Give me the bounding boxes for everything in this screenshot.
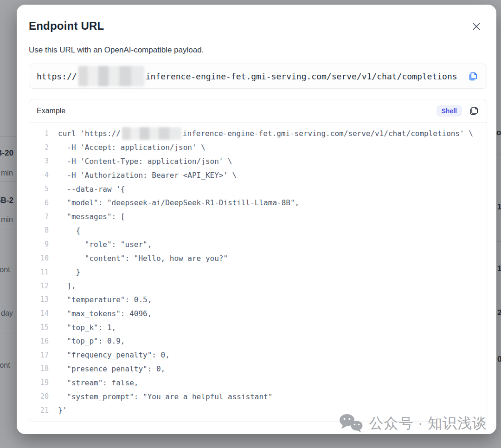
line-number: 19 — [29, 378, 58, 387]
line-number: 11 — [29, 268, 58, 276]
code-text: }' — [58, 406, 67, 415]
copy-code-icon[interactable] — [468, 104, 480, 117]
line-number: 8 — [29, 226, 58, 234]
code-line: 17 "frequency_penalty": 0, — [29, 348, 487, 362]
code-line: 6 "model": "deepseek-ai/DeepSeek-R1-Dist… — [29, 196, 487, 210]
code-line: 13 "temperature": 0.5, — [29, 293, 487, 307]
line-number: 15 — [29, 323, 58, 331]
language-badge[interactable]: Shell — [437, 105, 462, 117]
code-line: 20 "system_prompt": "You are a helpful a… — [29, 390, 487, 403]
code-line: 16 "top_p": 0.9, — [29, 334, 487, 348]
code-line: 5 --data-raw '{ — [29, 182, 487, 196]
code-line: 7 "messages": [ — [29, 210, 487, 224]
code-text: "stream": false, — [58, 378, 138, 387]
wechat-icon — [339, 414, 363, 433]
code-text: "top_k": 1, — [58, 323, 116, 332]
code-line: 2 -H 'Accept: application/json' \ — [29, 141, 487, 155]
line-number: 6 — [29, 199, 58, 207]
code-text: -H 'Content-Type: application/json' \ — [58, 157, 232, 166]
code-block[interactable]: 1curl 'https://inference-engine-fet.gmi-… — [29, 123, 487, 422]
line-number: 14 — [29, 309, 58, 318]
line-number: 3 — [29, 157, 58, 165]
code-line: 9 "role": "user", — [29, 237, 487, 251]
line-number: 9 — [29, 240, 58, 248]
code-line: 19 "stream": false, — [29, 376, 487, 390]
line-number: 12 — [29, 282, 58, 290]
line-number: 21 — [29, 406, 58, 415]
modal-subtitle: Use this URL with an OpenAI-compatible p… — [29, 45, 487, 55]
line-number: 5 — [29, 185, 58, 193]
url-prefix: https:// — [37, 71, 77, 81]
line-number: 20 — [29, 392, 58, 401]
code-text: "top_p": 0.9, — [58, 337, 125, 345]
code-text: -H 'Authorization: Bearer <API_KEY>' \ — [58, 171, 237, 180]
code-text: "content": "Hello, how are you?" — [58, 254, 228, 263]
endpoint-url-modal: Endpoint URL Use this URL with an OpenAI… — [17, 5, 496, 434]
code-line: 14 "max_tokens": 4096, — [29, 306, 487, 320]
watermark-text: 公众号 · 知识浅谈 — [369, 414, 487, 433]
copy-url-icon[interactable] — [467, 70, 479, 83]
url-suffix: inference-engine-fet.gmi-serving.com/ser… — [146, 71, 457, 81]
code-line: 4 -H 'Authorization: Bearer <API_KEY>' \ — [29, 168, 487, 182]
code-line: 10 "content": "Hello, how are you?" — [29, 251, 487, 265]
endpoint-url-field[interactable]: https:// inference-engine-fet.gmi-servin… — [29, 64, 487, 89]
code-text: --data-raw '{ — [58, 185, 125, 194]
line-number: 13 — [29, 295, 58, 304]
code-text: "role": "user", — [58, 240, 152, 249]
code-text: curl 'https:// — [58, 129, 121, 138]
code-line: 11 } — [29, 265, 487, 279]
code-line: 1curl 'https://inference-engine-fet.gmi-… — [29, 127, 487, 141]
line-number: 10 — [29, 254, 58, 262]
code-text: "system_prompt": "You are a helpful assi… — [58, 392, 272, 401]
screen: B-20 min 5B-2 min mont day mont ol 1 1 2… — [0, 0, 501, 448]
line-number: 17 — [29, 351, 58, 359]
code-text: "messages": [ — [58, 212, 125, 221]
code-line: 12 ], — [29, 279, 487, 293]
line-number: 2 — [29, 143, 58, 152]
code-text: ], — [58, 281, 76, 290]
code-text: -H 'Accept: application/json' \ — [58, 143, 206, 152]
code-text: "max_tokens": 4096, — [58, 309, 152, 318]
redacted-url-blur — [122, 127, 181, 140]
code-text: } — [58, 267, 80, 276]
line-number: 16 — [29, 337, 58, 345]
code-text: "presence_penalty": 0, — [58, 364, 165, 373]
code-text: { — [58, 226, 80, 235]
line-number: 7 — [29, 213, 58, 221]
modal-header: Endpoint URL — [29, 19, 487, 33]
redacted-url-blur — [78, 66, 144, 86]
line-number: 18 — [29, 364, 58, 373]
close-icon[interactable] — [469, 19, 483, 33]
watermark: 公众号 · 知识浅谈 — [339, 414, 487, 433]
code-line: 15 "top_k": 1, — [29, 320, 487, 334]
code-line: 3 -H 'Content-Type: application/json' \ — [29, 155, 487, 169]
example-panel-header: Example Shell — [29, 99, 487, 123]
example-panel: Example Shell 1curl 'https://inference-e… — [29, 99, 487, 422]
line-number: 4 — [29, 171, 58, 179]
line-number: 1 — [29, 130, 58, 138]
code-text: "temperature": 0.5, — [58, 295, 152, 304]
code-text: "model": "deepseek-ai/DeepSeek-R1-Distil… — [58, 198, 299, 207]
code-text: "frequency_penalty": 0, — [58, 351, 170, 359]
code-text: inference-engine-fet.gmi-serving.com/ser… — [183, 129, 473, 138]
example-label: Example — [37, 107, 65, 115]
code-line: 8 { — [29, 224, 487, 238]
code-line: 18 "presence_penalty": 0, — [29, 362, 487, 376]
page-title: Endpoint URL — [29, 19, 104, 32]
